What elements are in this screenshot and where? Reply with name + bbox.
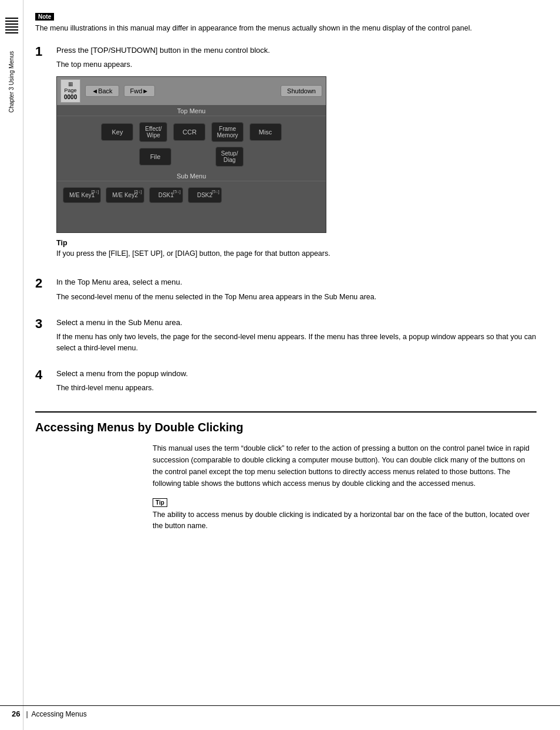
menu-fwd-btn[interactable]: Fwd► xyxy=(124,85,156,97)
top-menu-label: Top Menu xyxy=(57,105,326,116)
step-1-number: 1 xyxy=(35,45,52,59)
step-4-sub: The third-level menu appears. xyxy=(56,383,537,394)
step-3-sub: If the menu has only two levels, the pag… xyxy=(56,332,537,354)
top-menu-row2: File Setup/Diag xyxy=(57,144,326,169)
menu-dsk1-btn[interactable]: DSK1 [5↓] xyxy=(149,187,183,203)
menu-page-icon: ▦ xyxy=(68,81,73,87)
sidebar-line xyxy=(5,29,18,31)
sidebar-line xyxy=(5,18,18,19)
step-2-sub: The second-level menu of the menu select… xyxy=(56,292,537,303)
menu-effect-wipe-btn[interactable]: Effect/Wipe xyxy=(139,122,167,142)
menu-misc-btn[interactable]: Misc xyxy=(249,123,282,141)
superscript-icon: [5↓] xyxy=(212,189,220,194)
step-4: 4 Select a menu from the popup window. T… xyxy=(35,368,537,400)
section2-heading: Accessing Menus by Double Clicking xyxy=(35,421,537,434)
superscript-icon: [5↓] xyxy=(134,189,142,194)
tip-1-text: If you press the [FILE], [SET UP], or [D… xyxy=(56,248,537,259)
section2-text1: This manual uses the term “double click”… xyxy=(153,442,537,489)
sidebar-line xyxy=(5,21,18,22)
menu-ccr-btn[interactable]: CCR xyxy=(173,123,205,141)
footer-divider: | xyxy=(26,710,28,718)
section2-body: This manual uses the term “double click”… xyxy=(153,442,537,532)
step-3-content: Select a menu in the Sub Menu area. If t… xyxy=(56,317,537,360)
menu-key-btn[interactable]: Key xyxy=(101,123,133,141)
step-1: 1 Press the [TOP/SHUTDOWN] button in the… xyxy=(35,45,537,269)
note-label: Note xyxy=(35,13,54,21)
main-content: Note The menu illustrations in this manu… xyxy=(35,12,537,576)
note-text: The menu illustrations in this manual ma… xyxy=(35,23,537,34)
sidebar-line xyxy=(5,32,18,33)
footer-page-number: 26 xyxy=(12,709,20,718)
step-2-number: 2 xyxy=(35,276,52,290)
menu-shutdown-btn[interactable]: Shutdown xyxy=(281,85,322,97)
step-2-main: In the Top Menu area, select a menu. xyxy=(56,276,537,288)
note-box: Note The menu illustrations in this manu… xyxy=(35,12,537,34)
menu-back-btn[interactable]: ◄Back xyxy=(85,85,119,97)
section2-tip: Tip The ability to access menus by doubl… xyxy=(153,498,537,532)
superscript-icon: [5↓] xyxy=(173,189,181,194)
menu-frame-memory-btn[interactable]: FrameMemory xyxy=(211,122,243,142)
step-1-content: Press the [TOP/SHUTDOWN] button in the m… xyxy=(56,45,537,269)
sub-menu-row: M/E Key1 [5↓] M/E Key2 [5↓] DSK1 [5↓] DS… xyxy=(57,185,326,209)
sidebar-line xyxy=(5,26,18,28)
step-4-content: Select a menu from the popup window. The… xyxy=(56,368,537,400)
sidebar: Chapter 3 Using Menus xyxy=(0,0,23,730)
menu-page-number: 0000 xyxy=(64,94,77,101)
menu-page-box: ▦ Page 0000 xyxy=(60,79,80,103)
footer-label: Accessing Menus xyxy=(32,710,87,718)
menu-file-btn[interactable]: File xyxy=(139,148,171,165)
footer: 26 | Accessing Menus xyxy=(0,705,560,718)
section2: Accessing Menus by Double Clicking This … xyxy=(35,421,537,532)
menu-page-label: Page xyxy=(65,87,77,94)
chapter-label: Chapter 3 Using Menus xyxy=(8,51,15,113)
step-1-main: Press the [TOP/SHUTDOWN] button in the m… xyxy=(56,45,537,56)
step-2: 2 In the Top Menu area, select a menu. T… xyxy=(35,276,537,308)
step-3-number: 3 xyxy=(35,317,52,331)
sub-menu-label: Sub Menu xyxy=(57,169,326,181)
superscript-icon: [5↓] xyxy=(91,189,99,194)
step-3: 3 Select a menu in the Sub Menu area. If… xyxy=(35,317,537,360)
step-4-number: 4 xyxy=(35,368,52,382)
step-1-sub: The top menu appears. xyxy=(56,59,537,70)
tip-1: Tip If you press the [FILE], [SET UP], o… xyxy=(56,239,537,259)
sidebar-decoration xyxy=(5,18,18,33)
menu-me-key1-btn[interactable]: M/E Key1 [5↓] xyxy=(63,187,101,203)
menu-setup-diag-btn[interactable]: Setup/Diag xyxy=(215,147,244,167)
sidebar-line xyxy=(5,23,18,25)
top-menu-row1: Key Effect/Wipe CCR FrameMemory Misc xyxy=(57,120,326,144)
menu-image: ▦ Page 0000 ◄Back Fwd► Shutdown Top Menu… xyxy=(56,76,326,233)
section-divider xyxy=(35,411,537,413)
menu-dsk2-btn[interactable]: DSK2 [5↓] xyxy=(188,187,222,203)
step-2-content: In the Top Menu area, select a menu. The… xyxy=(56,276,537,308)
section2-tip-text: The ability to access menus by double cl… xyxy=(153,509,537,532)
menu-me-key2-btn[interactable]: M/E Key2 [5↓] xyxy=(106,187,144,203)
menu-top-bar: ▦ Page 0000 ◄Back Fwd► Shutdown xyxy=(57,77,326,105)
step-4-main: Select a menu from the popup window. xyxy=(56,368,537,380)
tip-1-label: Tip xyxy=(56,239,537,247)
step-3-main: Select a menu in the Sub Menu area. xyxy=(56,317,537,329)
section2-tip-label: Tip xyxy=(153,498,167,507)
